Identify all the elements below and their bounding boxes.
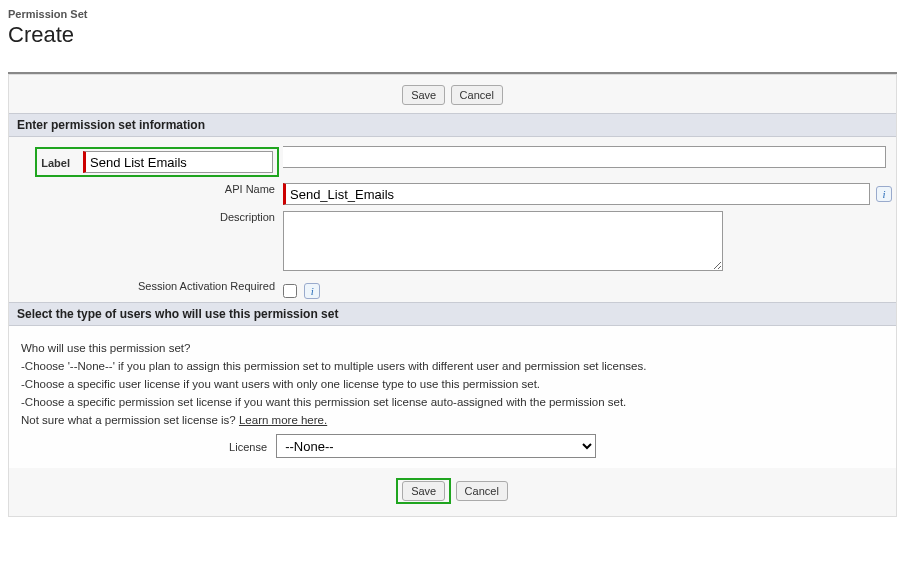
- form-table: Label API Name i Des: [9, 143, 896, 302]
- save-button-top[interactable]: Save: [402, 85, 445, 105]
- help-bullet-3: -Choose a specific permission set licens…: [21, 396, 884, 408]
- help-bullet-2: -Choose a specific user license if you w…: [21, 378, 884, 390]
- not-sure-text: Not sure what a permission set license i…: [21, 414, 239, 426]
- section-header-info: Enter permission set information: [9, 113, 896, 137]
- api-name-label: API Name: [225, 183, 275, 195]
- save-button-bottom[interactable]: Save: [402, 481, 445, 501]
- license-row: License --None--: [21, 434, 884, 458]
- info-icon-session[interactable]: i: [304, 283, 320, 299]
- label-input[interactable]: [83, 151, 273, 173]
- label-field-text: Label: [41, 157, 70, 169]
- license-label: License: [21, 441, 273, 453]
- help-block: Who will use this permission set? -Choos…: [9, 326, 896, 468]
- info-icon-api[interactable]: i: [876, 186, 892, 202]
- cancel-button-bottom[interactable]: Cancel: [456, 481, 508, 501]
- label-input-continued[interactable]: [283, 146, 886, 168]
- form-panel: Save Cancel Enter permission set informa…: [8, 74, 897, 517]
- description-input[interactable]: [283, 211, 723, 271]
- help-not-sure: Not sure what a permission set license i…: [21, 414, 884, 426]
- description-label: Description: [220, 211, 275, 223]
- session-activation-checkbox[interactable]: [283, 284, 297, 298]
- learn-more-link[interactable]: Learn more here.: [239, 414, 327, 426]
- label-highlight: Label: [35, 147, 279, 177]
- save-highlight: Save: [396, 478, 451, 504]
- cancel-button-top[interactable]: Cancel: [451, 85, 503, 105]
- license-select[interactable]: --None--: [276, 434, 596, 458]
- page-title: Create: [8, 22, 897, 48]
- help-bullet-1: -Choose '--None--' if you plan to assign…: [21, 360, 884, 372]
- help-question: Who will use this permission set?: [21, 342, 884, 354]
- api-name-input[interactable]: [283, 183, 870, 205]
- button-row-bottom: Save Cancel: [9, 468, 896, 512]
- page-eyebrow: Permission Set: [8, 8, 897, 20]
- button-row-top: Save Cancel: [9, 75, 896, 113]
- session-activation-label: Session Activation Required: [138, 280, 275, 292]
- section-header-users: Select the type of users who will use th…: [9, 302, 896, 326]
